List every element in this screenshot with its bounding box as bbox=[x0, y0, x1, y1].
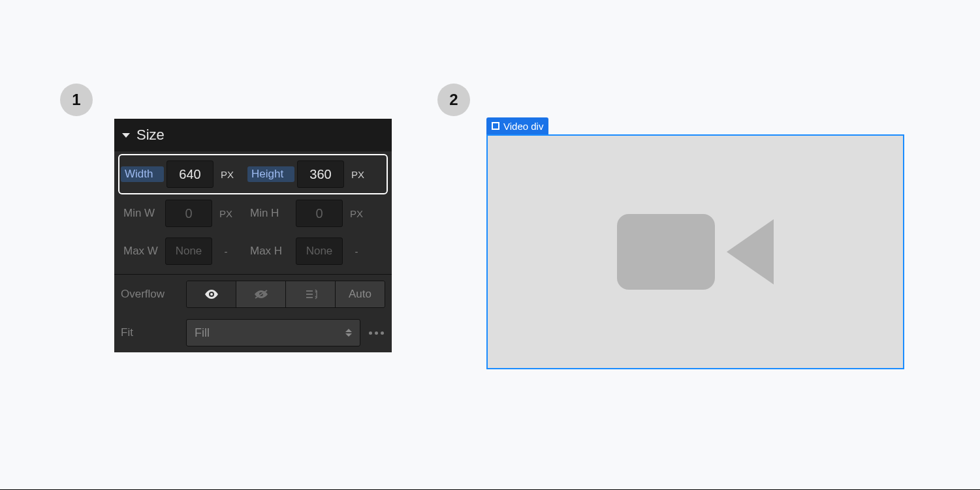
maxw-unit[interactable]: - bbox=[215, 246, 237, 257]
minw-input[interactable]: 0 bbox=[165, 200, 212, 227]
fit-select[interactable]: Fill bbox=[186, 319, 360, 346]
video-preview-area: Video div bbox=[486, 134, 904, 369]
size-panel-header[interactable]: Size bbox=[114, 119, 392, 151]
overflow-label: Overflow bbox=[121, 288, 180, 301]
collapse-caret-icon[interactable] bbox=[122, 133, 130, 138]
overflow-row: Overflow Auto bbox=[114, 274, 392, 313]
svg-rect-2 bbox=[306, 290, 313, 292]
maxw-input[interactable]: None bbox=[165, 237, 212, 265]
minw-unit[interactable]: PX bbox=[215, 208, 237, 219]
video-div-element[interactable] bbox=[486, 134, 904, 369]
fit-label: Fit bbox=[121, 326, 180, 339]
select-chevron-icon bbox=[345, 327, 353, 339]
width-unit[interactable]: PX bbox=[216, 169, 238, 180]
overflow-scroll-button[interactable] bbox=[286, 281, 336, 307]
step-badge-2: 2 bbox=[437, 84, 470, 116]
step-badge-1: 1 bbox=[60, 84, 93, 116]
overflow-auto-button[interactable]: Auto bbox=[336, 281, 385, 307]
size-row-min: Min W 0 PX Min H 0 PX bbox=[118, 194, 388, 232]
width-input[interactable]: 640 bbox=[166, 161, 213, 188]
svg-rect-3 bbox=[306, 294, 313, 295]
maxw-label[interactable]: Max W bbox=[119, 243, 163, 259]
svg-point-0 bbox=[210, 293, 213, 296]
overflow-visible-button[interactable] bbox=[187, 281, 236, 307]
eye-icon bbox=[204, 290, 219, 299]
height-unit[interactable]: PX bbox=[347, 169, 369, 180]
height-label[interactable]: Height bbox=[247, 166, 294, 182]
width-label[interactable]: Width bbox=[121, 166, 164, 182]
svg-rect-4 bbox=[306, 297, 313, 298]
size-panel: Size Width 640 PX Height 360 PX Min W 0 … bbox=[114, 119, 392, 352]
size-rows: Width 640 PX Height 360 PX Min W 0 PX Mi… bbox=[114, 151, 392, 274]
minh-unit[interactable]: PX bbox=[345, 208, 368, 219]
maxh-unit[interactable]: - bbox=[345, 246, 368, 257]
eye-off-icon bbox=[254, 289, 268, 299]
video-placeholder-icon bbox=[617, 214, 774, 290]
maxh-label[interactable]: Max H bbox=[246, 243, 293, 259]
element-selection-tag[interactable]: Video div bbox=[486, 117, 548, 134]
size-row-dimensions: Width 640 PX Height 360 PX bbox=[118, 154, 388, 194]
size-panel-title: Size bbox=[136, 127, 165, 144]
div-icon bbox=[492, 122, 499, 130]
more-options-button[interactable] bbox=[367, 331, 385, 335]
minh-input[interactable]: 0 bbox=[296, 200, 343, 227]
scroll-icon bbox=[304, 288, 317, 301]
element-tag-label: Video div bbox=[503, 121, 543, 132]
overflow-hidden-button[interactable] bbox=[236, 281, 286, 307]
height-input[interactable]: 360 bbox=[297, 161, 344, 188]
size-row-max: Max W None - Max H None - bbox=[118, 232, 388, 270]
maxh-input[interactable]: None bbox=[296, 237, 343, 265]
overflow-segmented: Auto bbox=[186, 281, 385, 308]
fit-row: Fit Fill bbox=[114, 313, 392, 352]
minw-label[interactable]: Min W bbox=[119, 206, 163, 221]
fit-select-value: Fill bbox=[195, 326, 210, 340]
minh-label[interactable]: Min H bbox=[246, 206, 293, 221]
